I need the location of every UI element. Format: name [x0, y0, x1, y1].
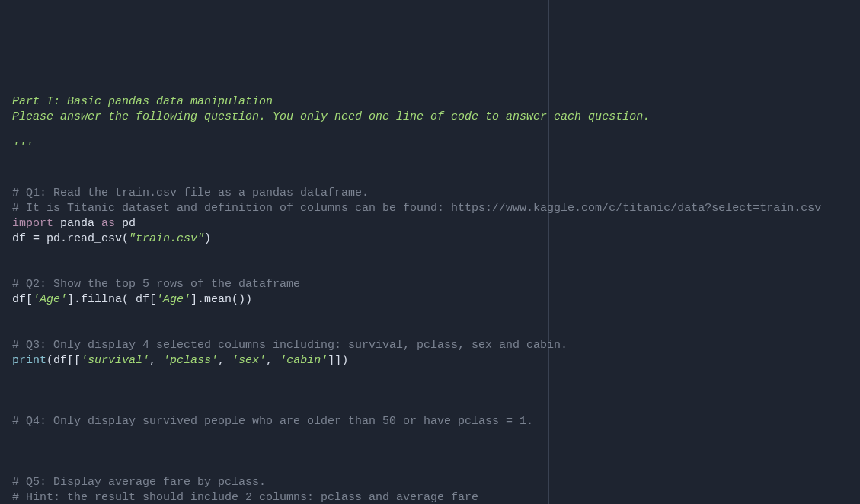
module-name: panda	[53, 217, 101, 230]
code-line: # Q1: Read the train.csv file as a panda…	[12, 186, 848, 201]
code-line	[12, 247, 848, 262]
code-line	[12, 308, 848, 323]
docstring-text: Please answer the following question. Yo…	[12, 110, 650, 123]
punctuation: ,	[149, 354, 163, 367]
code-text: df[	[12, 293, 33, 306]
punctuation: ,	[266, 354, 280, 367]
punctuation: )	[204, 232, 211, 245]
code-line: # It is Titanic dataset and definition o…	[12, 201, 848, 216]
keyword-import: import	[12, 217, 53, 230]
docstring-close: '''	[12, 141, 33, 154]
code-line	[12, 155, 848, 171]
code-line	[12, 384, 848, 399]
code-line: # Q5: Display average fare by pclass.	[12, 475, 848, 490]
code-line	[12, 171, 848, 186]
code-line: # Hint: the result should include 2 colu…	[12, 490, 848, 504]
punctuation: ,	[218, 354, 232, 367]
code-line: # Q2: Show the top 5 rows of the datafra…	[12, 277, 848, 292]
code-line: # Q3: Only display 4 selected columns in…	[12, 338, 848, 353]
code-line	[12, 125, 848, 140]
string-literal: 'sex'	[232, 354, 266, 367]
code-line: Part I: Basic pandas data manipulation	[12, 94, 848, 110]
code-line	[12, 460, 848, 475]
string-literal: 'survival'	[81, 354, 149, 367]
code-editor-content[interactable]: Part I: Basic pandas data manipulationPl…	[12, 94, 848, 504]
code-line: df = pd.read_csv("train.csv")	[12, 231, 848, 247]
string-literal: 'cabin'	[280, 354, 328, 367]
code-line	[12, 323, 848, 338]
comment-text: # Q2: Show the top 5 rows of the datafra…	[12, 278, 300, 291]
code-text: ]])	[328, 354, 348, 367]
code-line: # Q4: Only display survived people who a…	[12, 414, 848, 429]
comment-text: # Hint: the result should include 2 colu…	[12, 491, 478, 504]
code-line: df['Age'].fillna( df['Age'].mean())	[12, 292, 848, 308]
code-text: (df[[	[46, 354, 81, 367]
docstring-text: Part I: Basic pandas data manipulation	[12, 95, 273, 108]
comment-text: # It is Titanic dataset and definition o…	[12, 202, 451, 215]
operator: =	[33, 232, 40, 245]
string-literal: 'Age'	[156, 293, 190, 306]
comment-text: # Q4: Only display survived people who a…	[12, 415, 533, 428]
comment-text: # Q1: Read the train.csv file as a panda…	[12, 187, 369, 199]
code-line: Please answer the following question. Yo…	[12, 110, 848, 125]
code-text: df	[12, 232, 33, 245]
builtin-print: print	[12, 354, 46, 367]
string-literal: 'Age'	[33, 293, 67, 306]
code-line	[12, 368, 848, 384]
code-text: ].mean())	[190, 293, 252, 306]
keyword-as: as	[101, 217, 115, 230]
code-line: print(df[['survival', 'pclass', 'sex', '…	[12, 353, 848, 368]
code-line	[12, 399, 848, 414]
alias-name: pd	[115, 217, 136, 230]
url-link[interactable]: https://www.kaggle.com/c/titanic/data?se…	[451, 202, 821, 215]
code-line	[12, 262, 848, 277]
code-line	[12, 429, 848, 445]
code-line: '''	[12, 140, 848, 155]
code-line	[12, 445, 848, 460]
string-literal: "train.csv"	[129, 232, 204, 245]
comment-text: # Q3: Only display 4 selected columns in…	[12, 339, 567, 352]
code-line: import panda as pd	[12, 216, 848, 231]
code-text: pd.read_csv(	[40, 232, 129, 245]
string-literal: 'pclass'	[163, 354, 218, 367]
code-text: ].fillna( df[	[67, 293, 156, 306]
comment-text: # Q5: Display average fare by pclass.	[12, 476, 266, 489]
